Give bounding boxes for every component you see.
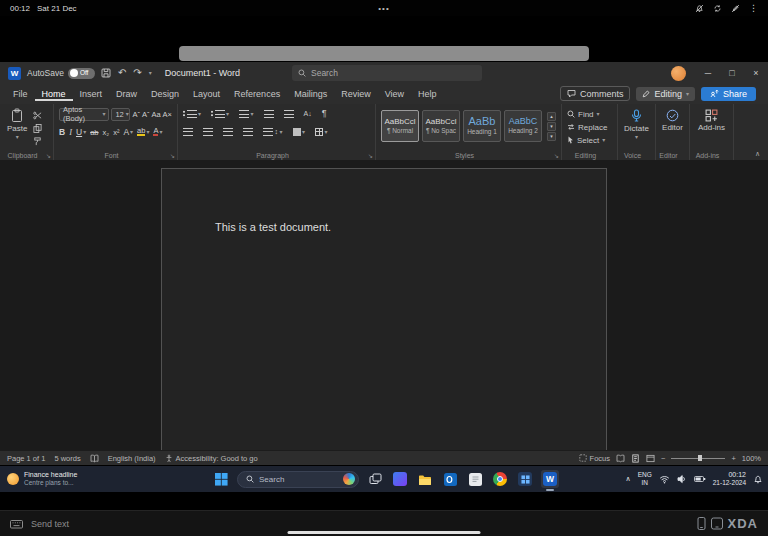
document-page[interactable]: This is a test document. bbox=[161, 168, 607, 450]
language-switcher[interactable]: ENG IN bbox=[638, 471, 652, 487]
text-effects-button[interactable]: A▾ bbox=[123, 128, 133, 137]
page-indicator[interactable]: Page 1 of 1 bbox=[7, 454, 45, 463]
font-family-select[interactable]: Aptos (Body) ▾ bbox=[59, 108, 109, 121]
addins-button[interactable]: Add-ins bbox=[695, 108, 728, 132]
styles-scroll-up-button[interactable]: ▴ bbox=[547, 112, 556, 121]
format-painter-icon[interactable] bbox=[33, 137, 42, 146]
chrome-button[interactable] bbox=[491, 470, 509, 488]
office-app-button[interactable] bbox=[466, 470, 484, 488]
avatar[interactable] bbox=[671, 66, 686, 81]
focus-button[interactable]: Focus bbox=[579, 454, 610, 463]
zoom-slider-handle[interactable] bbox=[698, 455, 702, 461]
increase-indent-button[interactable] bbox=[284, 110, 294, 118]
keyboard-icon[interactable] bbox=[10, 519, 23, 529]
editor-button[interactable]: Editor bbox=[661, 108, 684, 132]
send-text-input[interactable]: Send text bbox=[31, 519, 69, 529]
start-button[interactable] bbox=[212, 470, 230, 488]
show-paragraph-marks-button[interactable]: ¶ bbox=[322, 109, 327, 118]
search-input[interactable]: Search bbox=[292, 65, 482, 81]
save-icon[interactable] bbox=[101, 68, 111, 78]
minimize-button[interactable]: ─ bbox=[696, 62, 720, 84]
wifi-icon[interactable] bbox=[659, 474, 670, 484]
share-button[interactable]: Share bbox=[701, 87, 756, 101]
superscript-button[interactable]: x² bbox=[113, 129, 119, 137]
autosave-control[interactable]: AutoSave Off bbox=[27, 68, 95, 79]
paragraph-dialog-launcher[interactable]: ↘ bbox=[368, 152, 373, 159]
tab-insert[interactable]: Insert bbox=[73, 86, 110, 101]
widgets-button[interactable]: Finance headline Centre plans to... bbox=[0, 471, 200, 487]
highlight-button[interactable]: ab▾ bbox=[137, 127, 149, 137]
multilevel-list-button[interactable]: ▾ bbox=[239, 110, 254, 118]
qat-more-icon[interactable]: ▾ bbox=[149, 70, 152, 76]
outlook-button[interactable] bbox=[441, 470, 459, 488]
tab-file[interactable]: File bbox=[6, 86, 35, 101]
shading-button[interactable]: ▾ bbox=[293, 128, 306, 136]
tab-mailings[interactable]: Mailings bbox=[287, 86, 334, 101]
font-dialog-launcher[interactable]: ↘ bbox=[170, 152, 175, 159]
tab-references[interactable]: References bbox=[227, 86, 287, 101]
collapse-ribbon-button[interactable]: ∧ bbox=[755, 150, 760, 158]
window-drag-handle[interactable] bbox=[179, 46, 589, 61]
zoom-out-button[interactable]: − bbox=[661, 454, 665, 463]
shrink-font-button[interactable]: Aˇ bbox=[142, 111, 150, 119]
zoom-level[interactable]: 100% bbox=[742, 454, 761, 463]
notifications-icon[interactable] bbox=[753, 474, 763, 484]
clear-formatting-button[interactable]: A× bbox=[163, 111, 172, 119]
style-heading-1[interactable]: AaBb Heading 1 bbox=[463, 110, 501, 142]
styles-dialog-launcher[interactable]: ↘ bbox=[554, 152, 559, 159]
align-left-button[interactable] bbox=[183, 128, 193, 136]
font-color-button[interactable]: A▾ bbox=[153, 127, 162, 137]
file-explorer-button[interactable] bbox=[416, 470, 434, 488]
italic-button[interactable]: I bbox=[69, 128, 72, 137]
bullets-button[interactable]: ▾ bbox=[183, 110, 201, 118]
font-size-select[interactable]: 12 ▾ bbox=[111, 108, 130, 121]
zoom-in-button[interactable]: + bbox=[731, 454, 735, 463]
word-taskbar-button[interactable]: W bbox=[541, 470, 559, 488]
decrease-indent-button[interactable] bbox=[264, 110, 274, 118]
print-layout-button[interactable] bbox=[631, 454, 640, 463]
replace-button[interactable]: Replace bbox=[567, 121, 612, 134]
word-count[interactable]: 5 words bbox=[54, 454, 80, 463]
strikethrough-button[interactable]: ab bbox=[90, 129, 98, 137]
styles-more-button[interactable]: ▾ bbox=[547, 132, 556, 141]
tab-design[interactable]: Design bbox=[144, 86, 186, 101]
android-home-indicator[interactable] bbox=[288, 531, 481, 534]
tab-view[interactable]: View bbox=[378, 86, 411, 101]
clipboard-dialog-launcher[interactable]: ↘ bbox=[46, 152, 51, 159]
grow-font-button[interactable]: Aˆ bbox=[132, 111, 140, 119]
tab-review[interactable]: Review bbox=[334, 86, 378, 101]
tab-layout[interactable]: Layout bbox=[186, 86, 227, 101]
style-normal[interactable]: AaBbCcl ¶ Normal bbox=[381, 110, 419, 142]
comments-button[interactable]: Comments bbox=[560, 86, 631, 101]
numbering-button[interactable]: ▾ bbox=[211, 110, 229, 118]
close-button[interactable]: × bbox=[744, 62, 768, 84]
windows-app-button[interactable] bbox=[516, 470, 534, 488]
editing-mode-button[interactable]: Editing ▾ bbox=[636, 87, 695, 101]
find-button[interactable]: Find ▾ bbox=[567, 108, 612, 121]
battery-icon[interactable] bbox=[694, 474, 706, 484]
dictate-button[interactable]: Dictate ▾ bbox=[623, 108, 650, 140]
change-case-button[interactable]: Aa bbox=[151, 111, 160, 119]
maximize-button[interactable]: □ bbox=[720, 62, 744, 84]
select-button[interactable]: Select ▾ bbox=[567, 134, 612, 147]
tab-draw[interactable]: Draw bbox=[109, 86, 144, 101]
clock[interactable]: 00:12 21-12-2024 bbox=[713, 471, 746, 488]
underline-button[interactable]: U▾ bbox=[76, 128, 86, 137]
align-right-button[interactable] bbox=[223, 128, 233, 136]
proofing-icon[interactable] bbox=[90, 454, 99, 463]
tray-expand-button[interactable]: ∧ bbox=[626, 475, 631, 483]
tab-help[interactable]: Help bbox=[411, 86, 444, 101]
subscript-button[interactable]: x₂ bbox=[102, 129, 109, 137]
align-center-button[interactable] bbox=[203, 128, 213, 136]
document-text[interactable]: This is a test document. bbox=[215, 221, 556, 233]
style-heading-2[interactable]: AaBbC Heading 2 bbox=[504, 110, 542, 142]
undo-button[interactable]: ↶ bbox=[118, 68, 126, 78]
language-indicator[interactable]: English (India) bbox=[108, 454, 156, 463]
volume-icon[interactable] bbox=[677, 474, 687, 484]
zoom-slider[interactable] bbox=[671, 458, 725, 459]
bold-button[interactable]: B bbox=[59, 128, 65, 137]
cut-icon[interactable] bbox=[33, 111, 42, 120]
justify-button[interactable] bbox=[243, 128, 253, 136]
sort-button[interactable]: A↓ bbox=[304, 110, 312, 117]
store-app-button[interactable] bbox=[391, 470, 409, 488]
